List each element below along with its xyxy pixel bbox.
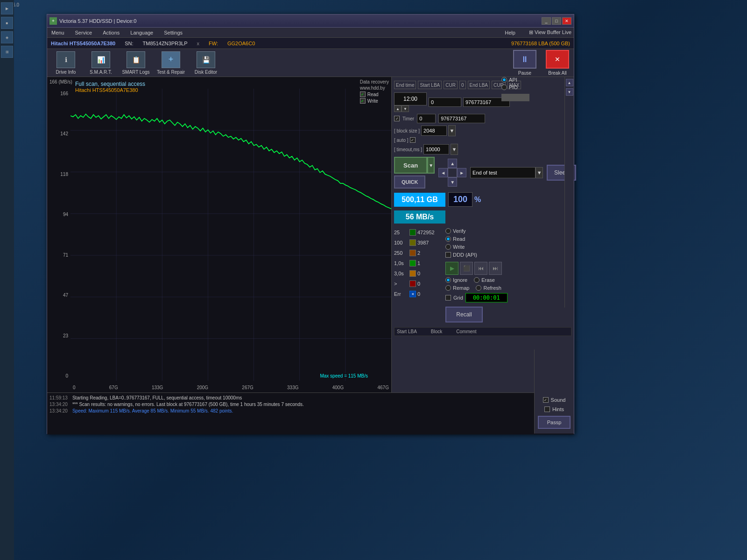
next-btn[interactable]: ⏭	[489, 262, 502, 275]
drive-info-button[interactable]: ℹ Drive Info	[52, 51, 80, 75]
ddd-row: DDD (API)	[445, 252, 507, 258]
start-lba-input[interactable]	[429, 98, 461, 107]
read-row: Read	[445, 236, 507, 242]
options-right: Verify Read Write DDD (API)	[445, 228, 507, 322]
menu-language[interactable]: Language	[128, 29, 155, 36]
view-buffer-btn[interactable]: ⊞ View Buffer Live	[529, 29, 571, 35]
smart-logs-button[interactable]: 📋 SMART Logs	[122, 51, 150, 75]
time-spinner-btns: ▲ ▼	[394, 105, 427, 112]
api-radio[interactable]	[501, 77, 507, 83]
break-button[interactable]: ✕	[546, 50, 569, 69]
prev-btn[interactable]: ⏮	[474, 262, 487, 275]
time-up-btn[interactable]: ▲	[394, 105, 402, 112]
read-radio[interactable]	[445, 236, 451, 242]
quick-button[interactable]: QUICK	[394, 175, 425, 189]
stop-btn[interactable]: ⬛	[460, 262, 473, 275]
menu-settings[interactable]: Settings	[162, 29, 184, 36]
stat-25-box	[409, 229, 416, 236]
time-down-btn[interactable]: ▼	[402, 105, 409, 112]
x-label-133g: 133G	[152, 385, 163, 390]
disk-editor-button[interactable]: 💾 Disk Editor	[192, 51, 220, 75]
grid-time-display: 00:00:01	[465, 293, 507, 302]
nav-down-btn[interactable]: ▼	[448, 177, 457, 187]
scroll-up-btn[interactable]: ▲	[566, 79, 573, 86]
sound-checkbox[interactable]: ✓	[543, 397, 549, 403]
sound-row: ✓ Sound	[543, 397, 566, 403]
timeout-dropdown[interactable]: ▼	[451, 144, 458, 155]
timer-end-input[interactable]	[438, 114, 485, 123]
minimize-button[interactable]: _	[542, 17, 551, 25]
menu-menu[interactable]: Menu	[49, 29, 66, 36]
log-text-2[interactable]: Speed: Maximum 115 MB/s. Average 85 MB/s…	[72, 408, 233, 413]
smart-button[interactable]: 📊 S.M.A.R.T.	[87, 51, 115, 75]
taskbar-item-2[interactable]: ■	[1, 17, 13, 29]
pio-radio[interactable]	[501, 84, 507, 90]
end-test-dropdown-btn[interactable]: ▼	[536, 167, 543, 178]
play-btn[interactable]: ▶	[445, 262, 458, 275]
x-label-67g: 67G	[109, 385, 118, 390]
stat-250-label: 250	[394, 250, 408, 256]
break-label: Break All	[548, 70, 566, 76]
taskbar-item-3[interactable]: ◈	[1, 31, 13, 43]
block-size-dropdown[interactable]: ▼	[448, 125, 456, 136]
maximize-button[interactable]: □	[552, 17, 561, 25]
ddd-label: DDD (API)	[453, 252, 477, 258]
nav-up-btn[interactable]: ▲	[448, 159, 457, 168]
nav-right-btn[interactable]: ►	[457, 168, 466, 177]
scroll-down-btn[interactable]: ▼	[566, 88, 573, 96]
grid-label: Grid	[453, 295, 463, 301]
timer-checkbox[interactable]: ✓	[394, 116, 400, 121]
y-label-166: 166	[48, 91, 68, 96]
menu-service[interactable]: Service	[73, 29, 94, 36]
scan-nav-row: Scan ▼ QUICK ▲ ◄ ► ▼	[394, 157, 571, 189]
refresh-radio[interactable]	[476, 285, 481, 291]
drive-fw: GG2OA6C0	[227, 41, 255, 46]
menu-help[interactable]: Help	[503, 29, 517, 36]
time-spinner: ▲ ▼	[394, 92, 427, 112]
stat-250-box	[409, 250, 416, 256]
desktop: 2.2.46.0 ▶ ■ ◈ ⊞ + Victoria 5.37 HDD/SSD…	[0, 0, 747, 560]
verify-label: Verify	[453, 228, 466, 234]
app-icon: +	[49, 17, 57, 25]
ignore-radio[interactable]	[445, 277, 451, 283]
recall-button[interactable]: Recall	[445, 307, 483, 322]
remap-label: Remap	[453, 285, 469, 291]
stat-100-val: 3987	[417, 240, 436, 245]
hints-checkbox[interactable]	[544, 406, 550, 412]
taskbar-item-4[interactable]: ⊞	[1, 46, 13, 58]
remap-radio[interactable]	[445, 285, 451, 291]
timeout-input[interactable]	[423, 144, 449, 154]
scan-button[interactable]: Scan	[394, 157, 427, 174]
playback-controls: ▶ ⬛ ⏮ ⏭	[445, 262, 507, 275]
pio-label: PIO	[509, 84, 518, 90]
nav-left-btn[interactable]: ◄	[438, 168, 448, 177]
ddd-checkbox[interactable]	[445, 252, 451, 258]
verify-radio[interactable]	[445, 228, 451, 234]
grid-checkbox[interactable]	[445, 295, 451, 301]
write-radio[interactable]	[445, 244, 451, 250]
test-repair-icon: +	[162, 51, 180, 68]
close-button[interactable]: ✕	[562, 17, 571, 25]
graph-canvas	[70, 89, 391, 381]
taskbar-item-1[interactable]: ▶	[1, 2, 13, 14]
passp-button[interactable]: Passp	[538, 416, 571, 429]
block-size-input[interactable]	[421, 126, 447, 136]
stat-100-row: 100 3987	[394, 239, 436, 246]
sound-label: Sound	[551, 397, 566, 403]
start-lba-bracket: Start LBA	[418, 81, 442, 89]
taskbar-left: ▶ ■ ◈ ⊞	[0, 0, 14, 560]
menu-actions[interactable]: Actions	[101, 29, 121, 36]
pause-button[interactable]: ⏸	[513, 50, 536, 69]
scan-dropdown-arrow[interactable]: ▼	[427, 157, 435, 174]
grid-row: Grid 00:00:01	[445, 293, 507, 302]
erase-radio[interactable]	[474, 277, 479, 283]
stat-3s-row: 3,0s 0	[394, 270, 436, 277]
end-test-input[interactable]	[470, 167, 536, 178]
nav-center-btn	[448, 168, 457, 177]
percent-sign: %	[472, 196, 483, 204]
test-repair-button[interactable]: + Test & Repair	[157, 51, 185, 75]
api-slider[interactable]	[501, 94, 529, 101]
auto-checkbox[interactable]: ✓	[410, 137, 416, 143]
time-input[interactable]	[394, 92, 427, 105]
timer-start-input[interactable]	[417, 114, 436, 123]
